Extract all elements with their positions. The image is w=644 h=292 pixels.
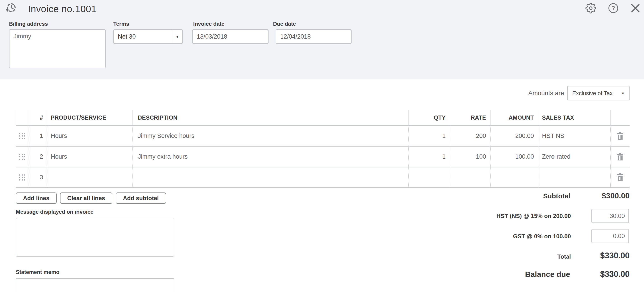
tax-line-label: GST @ 0% on 100.00 <box>513 233 571 240</box>
message-label: Message displayed on invoice <box>16 209 94 215</box>
billing-address-label: Billing address <box>9 21 48 27</box>
close-icon[interactable] <box>630 3 640 13</box>
invoice-date-label: Invoice date <box>193 21 224 27</box>
page-title: Invoice no.1001 <box>28 4 96 14</box>
subtotal-value: $300.00 <box>602 191 630 200</box>
tax-line-label: HST (NS) @ 15% on 200.00 <box>496 212 571 220</box>
description-cell[interactable] <box>132 168 408 187</box>
table-actions: Add lines Clear all lines Add subtotal <box>16 192 166 204</box>
salestax-cell[interactable]: HST NS <box>538 126 610 146</box>
total-label: Total <box>557 253 571 260</box>
amounts-are-select[interactable]: Exclusive of Tax ▼ <box>567 86 630 100</box>
balance-due-value: $330.00 <box>600 270 630 279</box>
amount-cell[interactable]: 100.00 <box>490 147 538 167</box>
qty-cell[interactable] <box>408 168 450 187</box>
invoice-date-field[interactable] <box>192 29 268 44</box>
product-cell[interactable]: Hours <box>47 147 132 167</box>
description-cell[interactable]: Jimmy extra hours <box>132 147 408 167</box>
salestax-cell[interactable]: Zero-rated <box>538 147 610 167</box>
rate-cell[interactable] <box>450 168 490 187</box>
row-number-cell: 2 <box>29 147 47 167</box>
column-header-qty: QTY <box>408 110 450 125</box>
rate-cell[interactable]: 200 <box>450 126 490 146</box>
clear-all-lines-button[interactable]: Clear all lines <box>60 192 112 204</box>
qty-cell[interactable]: 1 <box>408 126 450 146</box>
balance-due-label: Balance due <box>525 270 570 279</box>
add-lines-button[interactable]: Add lines <box>16 192 57 204</box>
billing-address-field[interactable]: Jimmy <box>9 29 106 68</box>
amounts-are-selected-value: Exclusive of Tax <box>572 90 613 96</box>
salestax-cell[interactable] <box>538 168 610 187</box>
row-number-cell: 3 <box>29 168 47 187</box>
tax-amount-field[interactable] <box>592 229 629 243</box>
delete-cell <box>610 126 630 146</box>
chevron-down-icon: ▼ <box>621 92 624 95</box>
column-header-amount: AMOUNT <box>490 110 538 125</box>
tax-amount-field[interactable] <box>592 209 629 223</box>
drag-handle-icon[interactable] <box>16 168 29 187</box>
amounts-are-label: Amounts are <box>528 90 564 97</box>
terms-label: Terms <box>113 21 129 27</box>
add-subtotal-button[interactable]: Add subtotal <box>116 192 166 204</box>
delete-cell <box>610 147 630 167</box>
trash-icon[interactable] <box>617 132 623 140</box>
amount-cell[interactable] <box>490 168 538 187</box>
terms-selected-value: Net 30 <box>114 30 172 43</box>
header-toolbar: ? <box>585 3 640 14</box>
product-cell[interactable] <box>47 168 132 187</box>
terms-dropdown-button[interactable]: ▼ <box>172 30 182 43</box>
statement-memo-label: Statement memo <box>16 269 59 275</box>
table-row: 3 <box>16 168 630 188</box>
description-cell[interactable]: Jimmy Service hours <box>132 126 408 146</box>
delete-column-header <box>610 110 630 125</box>
drag-handle-icon[interactable] <box>16 126 29 146</box>
column-header-description: DESCRIPTION <box>132 110 408 125</box>
due-date-label: Due date <box>273 21 296 27</box>
message-field[interactable] <box>16 218 174 256</box>
table-header-row: # PRODUCT/SERVICE DESCRIPTION QTY RATE A… <box>16 110 630 126</box>
drag-handle-icon[interactable] <box>16 147 29 167</box>
column-header-product: PRODUCT/SERVICE <box>47 110 132 125</box>
invoice-header-section: Invoice no.1001 ? Billing address Jimmy … <box>0 0 644 80</box>
terms-select[interactable]: Net 30 ▼ <box>113 29 183 44</box>
history-clock-icon[interactable] <box>5 2 17 15</box>
trash-icon[interactable] <box>617 153 623 161</box>
column-header-num: # <box>29 110 47 125</box>
statement-memo-field[interactable] <box>16 278 174 292</box>
total-value: $330.00 <box>600 251 630 260</box>
help-icon[interactable]: ? <box>608 3 618 13</box>
trash-icon[interactable] <box>617 173 623 182</box>
qty-cell[interactable]: 1 <box>408 147 450 167</box>
gear-icon[interactable] <box>585 3 596 14</box>
subtotal-label: Subtotal <box>543 192 570 200</box>
drag-column-header <box>16 110 29 125</box>
column-header-rate: RATE <box>450 110 490 125</box>
product-cell[interactable]: Hours <box>47 126 132 146</box>
column-header-salestax: SALES TAX <box>538 110 610 125</box>
chevron-down-icon: ▼ <box>176 35 179 38</box>
due-date-field[interactable] <box>276 29 352 44</box>
table-row: 2 Hours Jimmy extra hours 1 100 100.00 Z… <box>16 147 630 168</box>
amounts-are-row: Amounts are Exclusive of Tax ▼ <box>528 86 630 100</box>
table-row: 1 Hours Jimmy Service hours 1 200 200.00… <box>16 126 630 147</box>
amount-cell[interactable]: 200.00 <box>490 126 538 146</box>
delete-cell <box>610 168 630 187</box>
line-items-table: # PRODUCT/SERVICE DESCRIPTION QTY RATE A… <box>16 110 630 188</box>
row-number-cell: 1 <box>29 126 47 146</box>
svg-text:?: ? <box>612 5 615 11</box>
rate-cell[interactable]: 100 <box>450 147 490 167</box>
